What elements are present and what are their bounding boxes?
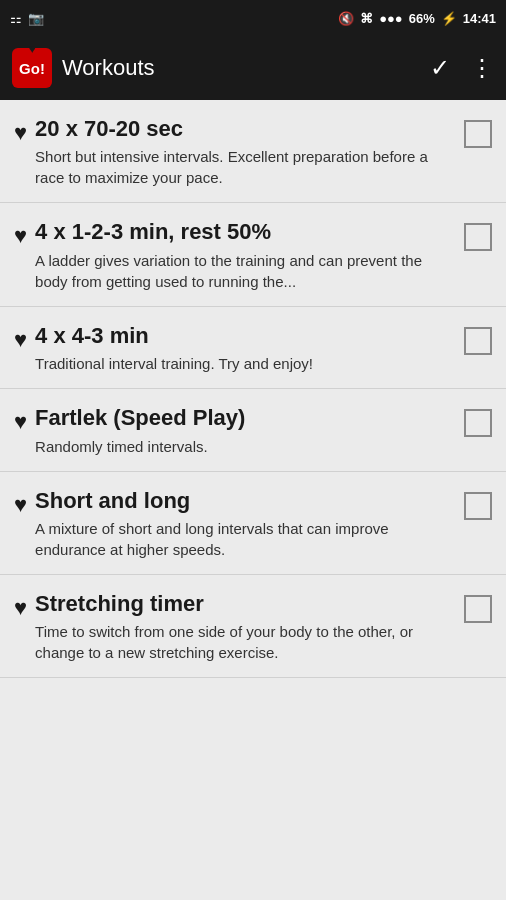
workout-item-content: ♥ Stretching timer Time to switch from o… bbox=[14, 589, 454, 663]
list-item[interactable]: ♥ Short and long A mixture of short and … bbox=[0, 472, 506, 575]
workout-description: Time to switch from one side of your bod… bbox=[35, 621, 454, 663]
list-item[interactable]: ♥ 4 x 4-3 min Traditional interval train… bbox=[0, 307, 506, 389]
battery-percent: 66% bbox=[409, 11, 435, 26]
workout-item-content: ♥ 20 x 70-20 sec Short but intensive int… bbox=[14, 114, 454, 188]
battery-icon: ⚡ bbox=[441, 11, 457, 26]
list-item[interactable]: ♥ Fartlek (Speed Play) Randomly timed in… bbox=[0, 389, 506, 471]
heart-icon: ♥ bbox=[14, 120, 27, 146]
workout-title: Fartlek (Speed Play) bbox=[35, 405, 454, 431]
workout-description: Randomly timed intervals. bbox=[35, 436, 454, 457]
workout-checkbox[interactable] bbox=[464, 327, 492, 355]
heart-icon: ♥ bbox=[14, 327, 27, 353]
app-logo[interactable]: ♥ Go! bbox=[12, 48, 52, 88]
heart-icon: ♥ bbox=[14, 223, 27, 249]
workout-title: 4 x 4-3 min bbox=[35, 323, 454, 349]
status-bar: ⚏ 📷 🔇 ⌘ ●●● 66% ⚡ 14:41 bbox=[0, 0, 506, 36]
workout-text: Short and long A mixture of short and lo… bbox=[35, 488, 454, 560]
workout-title: Stretching timer bbox=[35, 591, 454, 617]
app-bar-actions: ✓ ⋮ bbox=[430, 54, 494, 82]
logo-heart-icon: ♥ bbox=[28, 42, 35, 56]
workout-checkbox[interactable] bbox=[464, 223, 492, 251]
workout-text: Stretching timer Time to switch from one… bbox=[35, 591, 454, 663]
image-icon: 📷 bbox=[28, 11, 44, 26]
workout-item-content: ♥ Short and long A mixture of short and … bbox=[14, 486, 454, 560]
status-right: 🔇 ⌘ ●●● 66% ⚡ 14:41 bbox=[338, 11, 496, 26]
workout-description: A mixture of short and long intervals th… bbox=[35, 518, 454, 560]
workout-description: Traditional interval training. Try and e… bbox=[35, 353, 454, 374]
workout-title: Short and long bbox=[35, 488, 454, 514]
workout-title: 20 x 70-20 sec bbox=[35, 116, 454, 142]
workout-list: ♥ 20 x 70-20 sec Short but intensive int… bbox=[0, 100, 506, 900]
workout-text: 4 x 4-3 min Traditional interval trainin… bbox=[35, 323, 454, 374]
workout-item-content: ♥ Fartlek (Speed Play) Randomly timed in… bbox=[14, 403, 454, 456]
workout-description: Short but intensive intervals. Excellent… bbox=[35, 146, 454, 188]
list-item[interactable]: ♥ 20 x 70-20 sec Short but intensive int… bbox=[0, 100, 506, 203]
workout-text: 4 x 1-2-3 min, rest 50% A ladder gives v… bbox=[35, 219, 454, 291]
heart-icon: ♥ bbox=[14, 409, 27, 435]
workout-checkbox[interactable] bbox=[464, 409, 492, 437]
workout-checkbox[interactable] bbox=[464, 492, 492, 520]
heart-icon: ♥ bbox=[14, 492, 27, 518]
workout-description: A ladder gives variation to the training… bbox=[35, 250, 454, 292]
logo-text: Go! bbox=[19, 60, 45, 77]
wifi-icon: ⌘ bbox=[360, 11, 373, 26]
list-item[interactable]: ♥ 4 x 1-2-3 min, rest 50% A ladder gives… bbox=[0, 203, 506, 306]
time: 14:41 bbox=[463, 11, 496, 26]
workout-item-content: ♥ 4 x 4-3 min Traditional interval train… bbox=[14, 321, 454, 374]
workout-checkbox[interactable] bbox=[464, 120, 492, 148]
workout-text: Fartlek (Speed Play) Randomly timed inte… bbox=[35, 405, 454, 456]
list-item[interactable]: ♥ Stretching timer Time to switch from o… bbox=[0, 575, 506, 678]
check-button[interactable]: ✓ bbox=[430, 54, 450, 82]
signal-icon: ●●● bbox=[379, 11, 403, 26]
workout-item-content: ♥ 4 x 1-2-3 min, rest 50% A ladder gives… bbox=[14, 217, 454, 291]
silent-icon: 🔇 bbox=[338, 11, 354, 26]
workout-checkbox[interactable] bbox=[464, 595, 492, 623]
workout-text: 20 x 70-20 sec Short but intensive inter… bbox=[35, 116, 454, 188]
status-left-icons: ⚏ 📷 bbox=[10, 11, 44, 26]
workout-title: 4 x 1-2-3 min, rest 50% bbox=[35, 219, 454, 245]
more-options-button[interactable]: ⋮ bbox=[470, 54, 494, 82]
app-title: Workouts bbox=[62, 55, 420, 81]
usb-icon: ⚏ bbox=[10, 11, 22, 26]
heart-icon: ♥ bbox=[14, 595, 27, 621]
app-bar: ♥ Go! Workouts ✓ ⋮ bbox=[0, 36, 506, 100]
